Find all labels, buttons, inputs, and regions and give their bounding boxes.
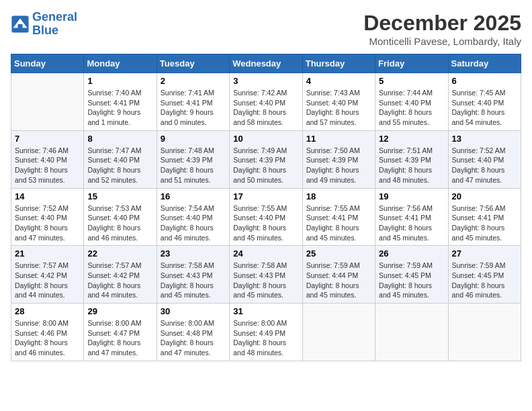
calendar-cell: 27Sunrise: 7:59 AMSunset: 4:45 PMDayligh… — [448, 246, 521, 304]
day-number: 4 — [306, 76, 371, 86]
day-number: 21 — [15, 248, 80, 259]
calendar-cell: 17Sunrise: 7:55 AMSunset: 4:40 PMDayligh… — [230, 188, 302, 246]
day-number: 23 — [161, 248, 226, 259]
day-info: Sunrise: 7:57 AMSunset: 4:42 PMDaylight:… — [15, 261, 80, 300]
day-number: 31 — [233, 306, 298, 316]
day-number: 6 — [452, 76, 517, 86]
day-info: Sunrise: 8:00 AMSunset: 4:46 PMDaylight:… — [15, 318, 80, 358]
calendar-cell: 20Sunrise: 7:56 AMSunset: 4:41 PMDayligh… — [448, 188, 521, 246]
weekday-header-wednesday: Wednesday — [230, 54, 302, 73]
day-number: 7 — [15, 134, 80, 144]
title-area: December 2025 Monticelli Pavese, Lombard… — [363, 11, 521, 47]
weekday-header-thursday: Thursday — [302, 54, 375, 73]
day-number: 11 — [306, 134, 371, 144]
calendar-cell: 26Sunrise: 7:59 AMSunset: 4:45 PMDayligh… — [375, 246, 448, 304]
day-info: Sunrise: 7:56 AMSunset: 4:41 PMDaylight:… — [379, 203, 444, 243]
logo-line1: General — [32, 10, 77, 24]
calendar-cell: 2Sunrise: 7:41 AMSunset: 4:41 PMDaylight… — [157, 73, 229, 131]
day-number: 16 — [161, 191, 226, 201]
day-info: Sunrise: 7:52 AMSunset: 4:40 PMDaylight:… — [452, 146, 517, 185]
day-info: Sunrise: 7:59 AMSunset: 4:45 PMDaylight:… — [379, 261, 444, 300]
day-info: Sunrise: 8:00 AMSunset: 4:48 PMDaylight:… — [161, 318, 226, 358]
day-info: Sunrise: 7:40 AMSunset: 4:41 PMDaylight:… — [87, 88, 152, 128]
day-number: 27 — [452, 248, 517, 259]
day-info: Sunrise: 7:55 AMSunset: 4:41 PMDaylight:… — [306, 203, 371, 243]
day-number: 5 — [379, 76, 444, 86]
header: General Blue December 2025 Monticelli Pa… — [11, 11, 521, 47]
calendar-cell: 13Sunrise: 7:52 AMSunset: 4:40 PMDayligh… — [448, 130, 521, 188]
calendar-cell: 5Sunrise: 7:44 AMSunset: 4:40 PMDaylight… — [375, 73, 448, 131]
calendar-cell: 21Sunrise: 7:57 AMSunset: 4:42 PMDayligh… — [11, 246, 84, 304]
day-number: 1 — [87, 76, 152, 86]
calendar-cell: 22Sunrise: 7:57 AMSunset: 4:42 PMDayligh… — [84, 246, 157, 304]
calendar-cell: 14Sunrise: 7:52 AMSunset: 4:40 PMDayligh… — [11, 188, 84, 246]
day-info: Sunrise: 7:54 AMSunset: 4:40 PMDaylight:… — [161, 203, 226, 243]
month-title: December 2025 — [363, 11, 521, 36]
day-number: 24 — [233, 248, 298, 259]
day-number: 13 — [452, 134, 517, 144]
weekday-header-tuesday: Tuesday — [157, 54, 229, 73]
day-info: Sunrise: 7:45 AMSunset: 4:40 PMDaylight:… — [452, 88, 517, 128]
day-info: Sunrise: 7:48 AMSunset: 4:39 PMDaylight:… — [161, 146, 226, 185]
day-number: 30 — [161, 306, 226, 316]
weekday-header-row: SundayMondayTuesdayWednesdayThursdayFrid… — [11, 54, 521, 73]
svg-rect-2 — [18, 24, 23, 30]
day-number: 2 — [161, 76, 226, 86]
calendar-cell: 19Sunrise: 7:56 AMSunset: 4:41 PMDayligh… — [375, 188, 448, 246]
calendar-cell: 29Sunrise: 8:00 AMSunset: 4:47 PMDayligh… — [84, 304, 157, 361]
calendar-cell: 12Sunrise: 7:51 AMSunset: 4:39 PMDayligh… — [375, 130, 448, 188]
day-number: 8 — [87, 134, 152, 144]
day-info: Sunrise: 7:53 AMSunset: 4:40 PMDaylight:… — [87, 203, 152, 243]
day-number: 28 — [15, 306, 80, 316]
calendar-cell: 8Sunrise: 7:47 AMSunset: 4:40 PMDaylight… — [84, 130, 157, 188]
week-row-4: 21Sunrise: 7:57 AMSunset: 4:42 PMDayligh… — [11, 246, 521, 304]
day-info: Sunrise: 7:41 AMSunset: 4:41 PMDaylight:… — [161, 88, 226, 128]
weekday-header-sunday: Sunday — [11, 54, 84, 73]
calendar-cell: 11Sunrise: 7:50 AMSunset: 4:39 PMDayligh… — [302, 130, 375, 188]
calendar-cell — [448, 304, 521, 361]
day-info: Sunrise: 7:59 AMSunset: 4:44 PMDaylight:… — [306, 261, 371, 300]
calendar-cell: 7Sunrise: 7:46 AMSunset: 4:40 PMDaylight… — [11, 130, 84, 188]
day-info: Sunrise: 7:51 AMSunset: 4:39 PMDaylight:… — [379, 146, 444, 185]
day-number: 26 — [379, 248, 444, 259]
logo-icon — [11, 15, 30, 34]
calendar-cell: 10Sunrise: 7:49 AMSunset: 4:39 PMDayligh… — [230, 130, 302, 188]
calendar-cell — [11, 73, 84, 131]
day-info: Sunrise: 7:43 AMSunset: 4:40 PMDaylight:… — [306, 88, 371, 128]
day-number: 3 — [233, 76, 298, 86]
day-number: 15 — [87, 191, 152, 201]
week-row-2: 7Sunrise: 7:46 AMSunset: 4:40 PMDaylight… — [11, 130, 521, 188]
day-number: 17 — [233, 191, 298, 201]
calendar-cell: 16Sunrise: 7:54 AMSunset: 4:40 PMDayligh… — [157, 188, 229, 246]
calendar-cell: 24Sunrise: 7:58 AMSunset: 4:43 PMDayligh… — [230, 246, 302, 304]
day-info: Sunrise: 7:44 AMSunset: 4:40 PMDaylight:… — [379, 88, 444, 128]
calendar-cell — [375, 304, 448, 361]
week-row-1: 1Sunrise: 7:40 AMSunset: 4:41 PMDaylight… — [11, 73, 521, 131]
day-number: 25 — [306, 248, 371, 259]
day-info: Sunrise: 7:55 AMSunset: 4:40 PMDaylight:… — [233, 203, 298, 243]
day-info: Sunrise: 7:50 AMSunset: 4:39 PMDaylight:… — [306, 146, 371, 185]
weekday-header-saturday: Saturday — [448, 54, 521, 73]
logo-line2: Blue — [32, 24, 58, 37]
day-number: 19 — [379, 191, 444, 201]
day-number: 22 — [87, 248, 152, 259]
day-number: 18 — [306, 191, 371, 201]
calendar-cell: 31Sunrise: 8:00 AMSunset: 4:49 PMDayligh… — [230, 304, 302, 361]
day-info: Sunrise: 7:59 AMSunset: 4:45 PMDaylight:… — [452, 261, 517, 300]
calendar-table: SundayMondayTuesdayWednesdayThursdayFrid… — [11, 54, 521, 361]
day-number: 12 — [379, 134, 444, 144]
location-title: Monticelli Pavese, Lombardy, Italy — [363, 36, 521, 47]
day-info: Sunrise: 7:49 AMSunset: 4:39 PMDaylight:… — [233, 146, 298, 185]
logo: General Blue — [11, 11, 77, 38]
calendar-cell: 6Sunrise: 7:45 AMSunset: 4:40 PMDaylight… — [448, 73, 521, 131]
weekday-header-friday: Friday — [375, 54, 448, 73]
day-number: 9 — [161, 134, 226, 144]
day-number: 14 — [15, 191, 80, 201]
day-info: Sunrise: 7:58 AMSunset: 4:43 PMDaylight:… — [233, 261, 298, 300]
week-row-5: 28Sunrise: 8:00 AMSunset: 4:46 PMDayligh… — [11, 304, 521, 361]
calendar-cell: 28Sunrise: 8:00 AMSunset: 4:46 PMDayligh… — [11, 304, 84, 361]
day-info: Sunrise: 7:56 AMSunset: 4:41 PMDaylight:… — [452, 203, 517, 243]
day-info: Sunrise: 7:57 AMSunset: 4:42 PMDaylight:… — [87, 261, 152, 300]
day-info: Sunrise: 7:46 AMSunset: 4:40 PMDaylight:… — [15, 146, 80, 185]
calendar-cell: 30Sunrise: 8:00 AMSunset: 4:48 PMDayligh… — [157, 304, 229, 361]
